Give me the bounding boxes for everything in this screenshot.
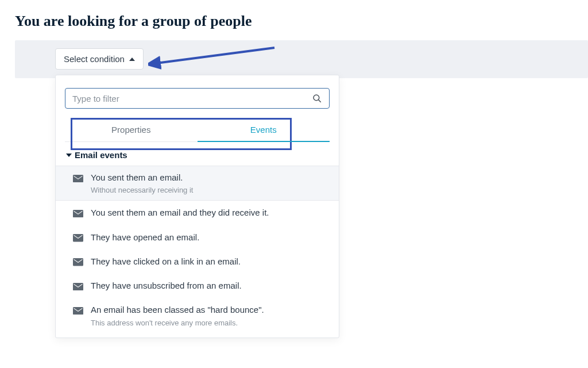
event-item[interactable]: You sent them an email. Without necessar… bbox=[56, 166, 339, 201]
event-item[interactable]: An email has been classed as "soft bounc… bbox=[56, 334, 339, 338]
tab-events[interactable]: Events bbox=[198, 118, 330, 141]
page-title: You are looking for a group of people bbox=[15, 13, 588, 30]
select-condition-label: Select condition bbox=[64, 54, 125, 64]
event-item[interactable]: You sent them an email and they did rece… bbox=[56, 201, 339, 225]
event-label: They have unsubscribed from an email. bbox=[91, 280, 242, 292]
svg-point-1 bbox=[314, 95, 319, 101]
caret-down-icon bbox=[66, 154, 72, 157]
tab-properties[interactable]: Properties bbox=[65, 118, 198, 141]
filter-box[interactable] bbox=[65, 88, 330, 109]
condition-dropdown: Properties Events Email events You sent … bbox=[55, 75, 339, 338]
search-icon bbox=[312, 93, 322, 103]
event-label: You sent them an email and they did rece… bbox=[91, 207, 269, 218]
envelope-icon bbox=[73, 209, 83, 217]
event-label: They have opened an email. bbox=[91, 232, 199, 243]
group-header-label: Email events bbox=[75, 150, 127, 160]
event-label: An email has been classed as "hard bounc… bbox=[91, 304, 264, 316]
envelope-icon bbox=[73, 234, 83, 241]
event-item[interactable]: They have unsubscribed from an email. bbox=[56, 274, 339, 298]
svg-line-2 bbox=[319, 100, 321, 102]
dropdown-scroll[interactable]: Properties Events Email events You sent … bbox=[56, 75, 339, 338]
event-sub: Without necessarily receiving it bbox=[91, 186, 193, 194]
group-header-email-events[interactable]: Email events bbox=[56, 142, 339, 166]
envelope-icon bbox=[73, 258, 83, 266]
event-item[interactable]: An email has been classed as "hard bounc… bbox=[56, 298, 339, 333]
filter-input[interactable] bbox=[72, 94, 312, 103]
caret-up-icon bbox=[129, 57, 135, 61]
envelope-icon bbox=[73, 174, 83, 182]
envelope-icon bbox=[73, 306, 83, 314]
event-label: You sent them an email. bbox=[91, 172, 193, 183]
select-condition-button[interactable]: Select condition bbox=[55, 48, 144, 70]
event-sub: This address won't receive any more emai… bbox=[91, 319, 264, 327]
tabs: Properties Events bbox=[65, 118, 330, 142]
event-item[interactable]: They have opened an email. bbox=[56, 225, 339, 250]
event-label: They have clicked on a link in an email. bbox=[91, 256, 241, 267]
event-item[interactable]: They have clicked on a link in an email. bbox=[56, 250, 339, 274]
envelope-icon bbox=[73, 282, 83, 290]
condition-bar: Select condition bbox=[15, 40, 588, 78]
